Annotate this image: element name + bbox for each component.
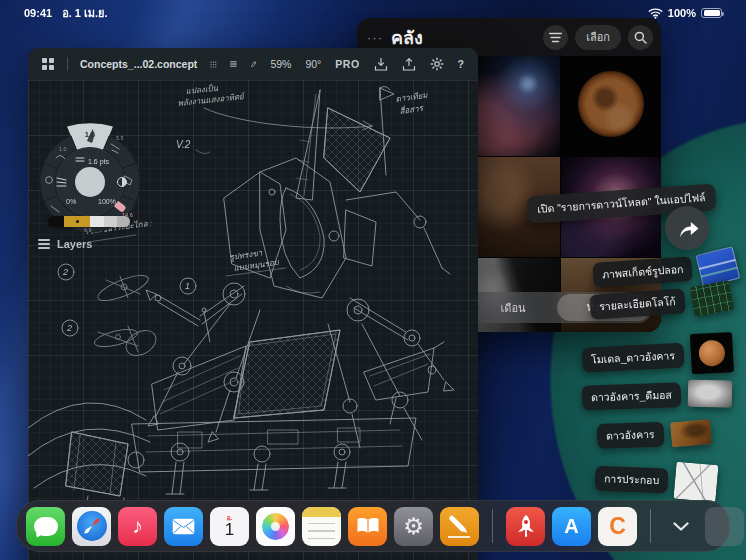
opacity-max: 100% [98,198,116,205]
status-bar: 09:41 อ. 1 เม.ย. 100% [0,4,746,22]
drag-label: รายละเอียดโลโก้ [589,288,685,320]
notes-line [308,530,335,532]
drag-item-mars[interactable]: ดาวอังคาร [597,420,711,449]
dock: ♪ อ. 1 ⚙ [16,500,730,552]
dock-collapse-button[interactable] [664,507,698,546]
pen-nib-icon[interactable] [250,57,257,71]
dots-grid-icon[interactable] [210,58,217,71]
layers-icon [38,239,50,249]
wheel-size-3: 6.9 [84,227,92,233]
rotation-angle[interactable]: 90° [305,58,321,70]
select-button[interactable]: เลือก [575,25,621,50]
photos-flower-icon [262,513,289,540]
mail-app[interactable] [164,507,203,546]
clock: 09:41 [24,7,52,19]
annotation-satellite-line1: ดาวเทียม [395,90,429,103]
safari-app[interactable] [72,507,111,546]
chevron-down-icon [673,522,689,531]
mars-surface-thumbnail [670,419,712,447]
badge-number-1: 1 [185,281,190,291]
wifi-icon [648,7,663,19]
annotation-version: V.2 [176,139,191,150]
books-app[interactable] [348,507,387,546]
messages-app[interactable] [26,507,65,546]
drag-label: ภาพสเก็ตช์รูปลอก [592,256,693,288]
wheel-size-2: 5.5 [116,135,124,141]
notes-header-strip [302,507,341,517]
drag-label: โมเดล_ดาวอังคาร [581,342,684,372]
battery-percent: 100% [668,7,696,19]
calendar-day: 1 [225,521,234,539]
concepts-c-icon: C [609,513,626,540]
open-book-icon [356,517,380,535]
badge-number-2b: 2 [66,323,72,333]
settings-app[interactable]: ⚙ [394,507,433,546]
deimos-thumbnail [688,380,732,408]
import-icon[interactable] [374,58,388,71]
forward-arrow-icon [674,217,700,239]
rocket-app[interactable] [506,507,545,546]
drawing-app[interactable] [440,507,479,546]
search-icon [634,31,647,44]
calendar-app[interactable]: อ. 1 [210,507,249,546]
appstore-a-icon: A [564,515,578,538]
drag-label: การประกอบ [595,466,669,494]
layers-label: Layers [57,238,92,250]
filter-button[interactable] [543,25,568,50]
photos-app[interactable] [256,507,295,546]
envelope-icon [172,518,195,535]
rocket-icon [515,514,537,538]
help-button[interactable]: ? [458,58,464,70]
notes-app[interactable] [302,507,341,546]
compass-icon [77,511,107,541]
gear-icon: ⚙ [403,513,424,540]
battery-icon [701,8,722,19]
swatch-white[interactable] [90,216,104,227]
app-store-app[interactable]: A [552,507,591,546]
wheel-size-1: 1.0 [59,146,67,152]
swatch-light-gray[interactable] [104,216,117,227]
drag-item-mars-deimos[interactable]: ดาวอังคาร_ดีมอส [582,379,733,411]
opacity-min: 0% [66,198,76,205]
pen-icon [448,514,466,532]
layers-list-icon[interactable] [230,58,237,70]
stroke-size-value: 1.6 pts [88,158,110,166]
swatch-gold-selected[interactable] [64,216,90,227]
gallery-icon[interactable] [42,58,54,70]
drawing-canvas[interactable]: แปลงเป็น พลังงานแสงอาทิตย์ ดาวเทียม สื่อ… [28,80,478,560]
settings-gear-icon[interactable] [430,57,444,71]
drag-label: ดาวอังคาร [597,422,664,449]
filter-icon [549,32,562,43]
layers-panel-toggle[interactable]: Layers [38,238,92,250]
share-button[interactable] [665,206,709,250]
color-palette-bar[interactable] [48,216,130,227]
wheel-center-button [75,167,105,197]
music-app[interactable]: ♪ [118,507,157,546]
notes-line [308,538,335,540]
assembly-sketch-thumbnail [674,462,719,503]
swatch-gray[interactable] [117,216,130,227]
pro-badge[interactable]: PRO [335,58,359,70]
concepts-app[interactable]: C [598,507,637,546]
divider [67,57,68,71]
app-library[interactable] [705,507,744,546]
music-note-icon: ♪ [132,514,143,538]
concepts-window: Concepts_...02.concept 59% 90° PRO [28,48,478,560]
document-title[interactable]: Concepts_...02.concept [80,58,197,70]
dock-divider [492,509,493,543]
window-options-icon[interactable]: ··· [367,30,383,45]
circuit-thumbnail [689,280,734,317]
notes-line [308,523,335,525]
search-button[interactable] [628,25,653,50]
export-icon[interactable] [402,58,416,71]
ipad-screen: 09:41 อ. 1 เม.ย. 100% ··· คลัง เลือก [0,0,746,560]
mars-model-thumbnail [690,332,734,374]
tab-months[interactable]: เดือน [469,299,557,317]
date: อ. 1 เม.ย. [62,4,107,22]
dock-divider [650,509,651,543]
drag-item-assembly[interactable]: การประกอบ [594,460,717,501]
pen-underline [448,536,470,538]
zoom-level[interactable]: 59% [270,58,291,70]
swatch-black[interactable] [48,216,64,227]
drag-item-mars-model[interactable]: โมเดล_ดาวอังคาร [581,332,734,380]
